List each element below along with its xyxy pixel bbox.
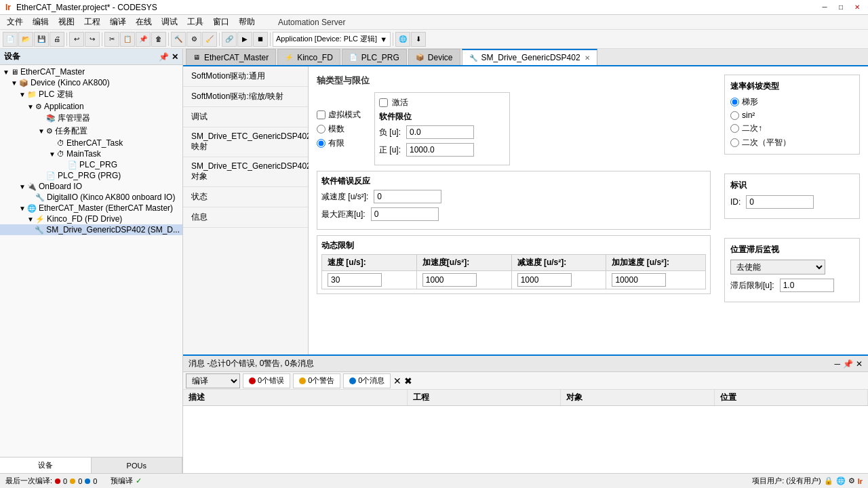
menu-debug[interactable]: 调试 xyxy=(157,15,182,29)
tree-item-ethercat-master-device[interactable]: ▼ 🌐 EtherCAT_Master (EtherCAT Master) xyxy=(0,203,182,214)
quadratic-radio[interactable] xyxy=(730,124,739,133)
tree-item-library[interactable]: 📚 库管理器 xyxy=(0,112,182,125)
run-button[interactable]: ▶ xyxy=(237,32,252,47)
copy-button[interactable]: 📋 xyxy=(120,32,135,47)
pin-bottom-icon[interactable]: 📌 xyxy=(843,359,853,369)
menu-help[interactable]: 帮助 xyxy=(235,15,259,29)
radio-quadratic[interactable]: 二次↑ xyxy=(730,123,854,134)
position-mode-select[interactable]: 去使能 xyxy=(730,260,825,274)
message-filter-btn[interactable]: 0个消息 xyxy=(343,373,391,388)
tree-item-plc[interactable]: ▼ 📁 PLC 逻辑 xyxy=(0,88,182,101)
tab-device[interactable]: 📦 Device xyxy=(408,49,460,65)
tree-item-task-config[interactable]: ▼ ⚙ 任务配置 xyxy=(0,125,182,138)
nav-softmotion-general[interactable]: SoftMotion驱动:通用 xyxy=(183,66,308,87)
tree-item-plc-prg[interactable]: 📄 PLC_PRG (PRG) xyxy=(0,170,182,181)
tree-item-main-task[interactable]: ▼ ⏱ MainTask xyxy=(0,148,182,159)
nav-debug[interactable]: 调试 xyxy=(183,107,308,127)
minimize-bottom-icon[interactable]: ─ xyxy=(834,359,840,369)
save-button[interactable]: 💾 xyxy=(34,32,49,47)
trapezoid-radio[interactable] xyxy=(730,98,739,106)
maximize-button[interactable]: □ xyxy=(835,2,846,13)
radio-quadratic-flat[interactable]: 二次（平智） xyxy=(730,137,854,148)
print-button[interactable]: 🖨 xyxy=(50,32,64,47)
tab-sm-drive[interactable]: 🔧 SM_Drive_GenericDSP402 ✕ xyxy=(462,49,597,65)
user-icon[interactable]: 🔒 xyxy=(824,476,833,485)
redo-button[interactable]: ↪ xyxy=(85,32,100,47)
error-filter-btn[interactable]: 0个错误 xyxy=(243,373,290,388)
tree-item-sm-drive[interactable]: 🔧 SM_Drive_GenericDSP402 (SM_D... xyxy=(0,224,182,235)
radio-trapezoid[interactable]: 梯形 xyxy=(730,96,854,108)
pos-limit-input[interactable] xyxy=(406,143,474,157)
tree-item-kinco-fd[interactable]: ▼ ⚡ Kinco_FD (FD Drive) xyxy=(0,214,182,224)
new-button[interactable]: 📄 xyxy=(3,32,18,47)
tab-devices[interactable]: 设备 xyxy=(0,458,92,473)
id-input[interactable] xyxy=(746,195,814,209)
tree-item-plc-prg-sub[interactable]: 📄 PLC_PRG xyxy=(0,159,182,170)
menu-window[interactable]: 窗口 xyxy=(209,15,233,29)
open-button[interactable]: 📂 xyxy=(18,32,33,47)
decel-input[interactable] xyxy=(374,190,441,203)
app-dropdown[interactable]: Application [Device: PLC 逻辑] ▼ xyxy=(273,32,391,47)
neg-limit-input[interactable] xyxy=(406,125,474,139)
virtual-checkbox[interactable] xyxy=(317,110,326,119)
accel-input[interactable] xyxy=(422,273,477,287)
tree-item-digital-io[interactable]: 🔧 DigitalIO (Kinco AK800 onboard IO) xyxy=(0,192,182,203)
menu-view[interactable]: 视图 xyxy=(54,15,79,29)
max-dist-input[interactable] xyxy=(371,207,439,221)
tree-item-device[interactable]: ▼ 📦 Device (Kinco AK800) xyxy=(0,77,182,88)
speed-input[interactable] xyxy=(328,273,382,287)
settings-icon[interactable]: ⚙ xyxy=(848,476,855,485)
tree-item-ethercat-master[interactable]: ▼ 🖥 EtherCAT_Master xyxy=(0,66,182,77)
modulo-radio[interactable] xyxy=(317,125,326,134)
limited-radio[interactable] xyxy=(317,139,326,148)
radio-limited[interactable]: 有限 xyxy=(317,138,361,149)
tree-item-ethercat-task[interactable]: ⏱ EtherCAT_Task xyxy=(0,138,182,148)
nav-status[interactable]: 状态 xyxy=(183,187,308,207)
menu-build[interactable]: 编译 xyxy=(106,15,130,29)
menu-online[interactable]: 在线 xyxy=(132,15,156,29)
radio-modulo[interactable]: 模数 xyxy=(317,123,361,135)
build-button[interactable]: 🔨 xyxy=(171,32,186,47)
sin2-radio[interactable] xyxy=(730,111,739,120)
warning-filter-btn[interactable]: 0个警告 xyxy=(293,373,340,388)
clear-all-icon[interactable]: ✖ xyxy=(404,375,412,386)
tab-pous[interactable]: POUs xyxy=(92,458,183,473)
stop-button[interactable]: ⏹ xyxy=(253,32,268,47)
close-button[interactable]: ✕ xyxy=(852,2,863,13)
cut-button[interactable]: ✂ xyxy=(104,32,119,47)
radio-sin2[interactable]: sin² xyxy=(730,110,854,120)
quadratic-flat-radio[interactable] xyxy=(730,138,739,147)
activate-checkbox[interactable] xyxy=(379,98,388,107)
close-panel-icon[interactable]: ✕ xyxy=(172,52,178,62)
paste-button[interactable]: 📌 xyxy=(136,32,151,47)
menu-edit[interactable]: 编辑 xyxy=(28,15,53,29)
delete-button[interactable]: 🗑 xyxy=(151,32,166,47)
download-button[interactable]: ⬇ xyxy=(411,32,426,47)
tree-item-onboard-io[interactable]: ▼ 🔌 OnBoard IO xyxy=(0,181,182,192)
clear-filter-icon[interactable]: ✕ xyxy=(393,375,401,386)
nav-info[interactable]: 信息 xyxy=(183,207,308,228)
filter-dropdown[interactable]: 编译 xyxy=(186,373,240,388)
nav-iec-objects[interactable]: SM_Drive_ETC_GenericDSP402:IEC 对象 xyxy=(183,157,308,187)
menu-file[interactable]: 文件 xyxy=(3,15,27,29)
clean-button[interactable]: 🧹 xyxy=(202,32,217,47)
undo-button[interactable]: ↩ xyxy=(69,32,84,47)
tab-close-icon[interactable]: ✕ xyxy=(585,54,590,62)
tab-plc-prg[interactable]: 📄 PLC_PRG xyxy=(342,49,407,65)
minimize-button[interactable]: ─ xyxy=(819,2,830,13)
radio-virtual[interactable]: 虚拟模式 xyxy=(317,109,361,121)
tree-item-application[interactable]: ▼ ⚙ Application xyxy=(0,101,182,112)
tab-kinco-fd[interactable]: ⚡ Kinco_FD xyxy=(277,49,340,65)
decel-dyn-input[interactable] xyxy=(517,273,572,287)
menu-project[interactable]: 工程 xyxy=(80,15,104,29)
limit-input[interactable] xyxy=(780,279,834,292)
menu-tools[interactable]: 工具 xyxy=(183,15,208,29)
jerk-input[interactable] xyxy=(612,273,666,287)
connect-button[interactable]: 🔗 xyxy=(222,32,237,47)
pin-icon[interactable]: 📌 xyxy=(159,52,169,62)
network-icon[interactable]: 🌐 xyxy=(836,476,846,485)
close-bottom-icon[interactable]: ✕ xyxy=(856,359,863,369)
nav-softmotion-scale[interactable]: SoftMotion驱动:缩放/映射 xyxy=(183,87,308,107)
nav-io-mapping[interactable]: SM_Drive_ETC_GenericDSP402:I/O 映射 xyxy=(183,127,308,157)
online-button[interactable]: 🌐 xyxy=(395,32,410,47)
